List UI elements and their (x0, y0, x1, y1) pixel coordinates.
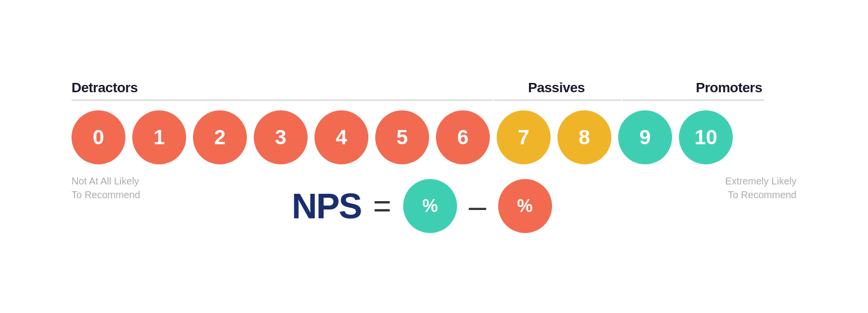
passives-label: Passives (528, 80, 585, 95)
circle-5: 5 (375, 110, 429, 164)
circle-4: 4 (314, 110, 368, 164)
bottom-row: Not At All LikelyTo Recommend NPS = % – … (72, 174, 796, 233)
promoter-percent: % (422, 196, 438, 216)
passives-header: Passives (493, 80, 620, 96)
detractors-divider (72, 100, 493, 101)
detractors-header: Detractors (72, 80, 493, 96)
minus-sign: – (469, 188, 486, 224)
circle-0: 0 (72, 110, 125, 164)
nps-label: NPS (291, 186, 361, 226)
category-headers: Detractors Passives Promoters (72, 80, 796, 96)
extremely-likely-label: Extremely LikelyTo Recommend (679, 174, 796, 202)
circles-row: 0 1 2 3 4 5 6 7 8 9 10 (72, 110, 796, 164)
detractor-percent: % (517, 196, 532, 216)
circle-2: 2 (193, 110, 247, 164)
nps-formula: NPS = % – % (165, 174, 679, 233)
promoters-divider (622, 100, 764, 101)
not-likely-label: Not At All LikelyTo Recommend (72, 174, 165, 202)
circle-6: 6 (436, 110, 490, 164)
passives-divider (494, 100, 621, 101)
formula-detractor-circle: % (498, 179, 552, 233)
circle-7: 7 (497, 110, 551, 164)
promoters-label: Promoters (696, 80, 762, 95)
detractors-label: Detractors (72, 80, 138, 95)
divider-row (72, 100, 796, 101)
circle-9: 9 (618, 110, 672, 164)
equals-sign: = (373, 188, 391, 224)
circle-10: 10 (679, 110, 733, 164)
formula-promoter-circle: % (403, 179, 457, 233)
circle-1: 1 (132, 110, 186, 164)
nps-diagram: Detractors Passives Promoters 0 1 2 3 4 … (42, 60, 826, 253)
promoters-header: Promoters (620, 80, 762, 96)
circle-3: 3 (254, 110, 308, 164)
circle-8: 8 (557, 110, 611, 164)
